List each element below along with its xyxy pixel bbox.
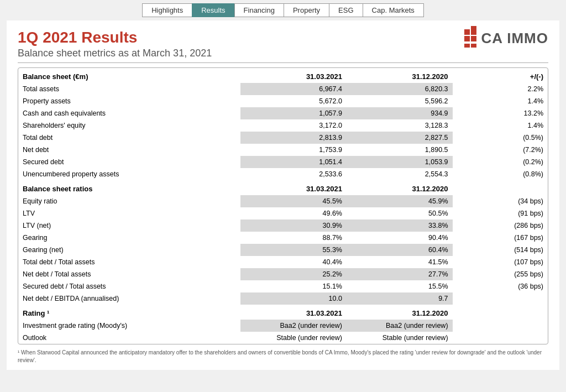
rating-col1-header: 31.03.2021: [240, 305, 347, 320]
table-row: Gearing 88.7% 90.4% (167 bps): [18, 232, 548, 244]
logo-squares: [464, 29, 476, 48]
row-val2: 45.9%: [347, 195, 453, 207]
nav-property[interactable]: Property: [284, 3, 329, 17]
row-label: Cash and cash equivalents: [18, 107, 240, 119]
row-label: Gearing (net): [18, 244, 240, 256]
row-label: Outlook: [18, 332, 240, 344]
row-val2: 90.4%: [347, 232, 453, 244]
rating-col3-header: [453, 305, 548, 320]
row-val1: 1,753.9: [240, 144, 347, 156]
row-val2: 2,827.5: [347, 132, 453, 144]
logo-sq5: [464, 44, 470, 48]
row-val2: 934.9: [347, 107, 453, 119]
row-val3: (0.8%): [453, 168, 548, 180]
row-label: Property assets: [18, 95, 240, 107]
logo-text: CA IMMO: [481, 30, 548, 47]
row-val3: (0.5%): [453, 132, 548, 144]
row-label: LTV: [18, 207, 240, 219]
row-val2: 5,596.2: [347, 95, 453, 107]
section-header-rating: Rating ¹ 31.03.2021 31.12.2020: [18, 305, 548, 320]
table-row: Total debt 2,813.9 2,827.5 (0.5%): [18, 132, 548, 144]
row-label: Net debt: [18, 144, 240, 156]
logo-sq3: [464, 36, 470, 41]
logo-sq4: [471, 36, 476, 41]
row-val1: Baa2 (under review): [240, 320, 347, 332]
row-val2: Stable (under review): [347, 332, 453, 344]
row-val2: 9.7: [347, 292, 453, 305]
table-row: Investment grade rating (Moody's) Baa2 (…: [18, 320, 548, 332]
row-val1: 30.9%: [240, 219, 347, 232]
row-val3: 2.2%: [453, 83, 548, 95]
table-row: Cash and cash equivalents 1,057.9 934.9 …: [18, 107, 548, 119]
row-val3: (286 bps): [453, 219, 548, 232]
footnote: ¹ When Starwood Capital announced the an…: [18, 349, 548, 364]
row-val1: 1,051.4: [240, 156, 347, 168]
row-label: Unencumbered property assets: [18, 168, 240, 180]
row-val1: 3,172.0: [240, 119, 347, 132]
table-row: Total debt / Total assets 40.4% 41.5% (1…: [18, 256, 548, 268]
section-header-ratios: Balance sheet ratios 31.03.2021 31.12.20…: [18, 180, 548, 195]
row-label: Total debt: [18, 132, 240, 144]
table-row: Equity ratio 45.5% 45.9% (34 bps): [18, 195, 548, 207]
row-val1: 2,533.6: [240, 168, 347, 180]
nav-results[interactable]: Results: [192, 3, 234, 17]
balance-col2-header: 31.12.2020: [347, 68, 453, 83]
row-val2: 27.7%: [347, 268, 453, 280]
page-subtitle: Balance sheet metrics as at March 31, 20…: [18, 48, 212, 59]
row-val3: (107 bps): [453, 256, 548, 268]
row-val1: 1,057.9: [240, 107, 347, 119]
table-row: LTV (net) 30.9% 33.8% (286 bps): [18, 219, 548, 232]
row-val1: 5,672.0: [240, 95, 347, 107]
table-row: Gearing (net) 55.3% 60.4% (514 bps): [18, 244, 548, 256]
table-row: Unencumbered property assets 2,533.6 2,5…: [18, 168, 548, 180]
row-label: Investment grade rating (Moody's): [18, 320, 240, 332]
row-val2: 1,890.5: [347, 144, 453, 156]
table-row: Secured debt 1,051.4 1,053.9 (0.2%): [18, 156, 548, 168]
row-val3: (34 bps): [453, 195, 548, 207]
balance-section-label: Balance sheet (€m): [18, 68, 240, 83]
row-val3: 1.4%: [453, 95, 548, 107]
row-val1: 40.4%: [240, 256, 347, 268]
logo-sq2: [471, 26, 476, 35]
row-label: Gearing: [18, 232, 240, 244]
table-row: Total assets 6,967.4 6,820.3 2.2%: [18, 83, 548, 95]
row-val1: Stable (under review): [240, 332, 347, 344]
ratios-col2-header: 31.12.2020: [347, 180, 453, 195]
row-val3: (36 bps): [453, 280, 548, 292]
section-header-balance: Balance sheet (€m) 31.03.2021 31.12.2020…: [18, 68, 548, 83]
row-val3: (255 bps): [453, 268, 548, 280]
nav-highlights[interactable]: Highlights: [142, 3, 192, 17]
table-wrapper: Balance sheet (€m) 31.03.2021 31.12.2020…: [18, 67, 548, 344]
nav-cap-markets[interactable]: Cap. Markets: [363, 3, 424, 17]
ratios-col1-header: 31.03.2021: [240, 180, 347, 195]
row-val1: 15.1%: [240, 280, 347, 292]
row-val2: Baa2 (under review): [347, 320, 453, 332]
row-label: LTV (net): [18, 219, 240, 232]
main-content: 1Q 2021 Results Balance sheet metrics as…: [7, 20, 559, 370]
header-divider: [18, 62, 548, 63]
top-navigation: Highlights Results Financing Property ES…: [0, 0, 566, 20]
row-label: Total assets: [18, 83, 240, 95]
nav-esg[interactable]: ESG: [329, 3, 362, 17]
row-val3: [453, 320, 548, 332]
table-row: Net debt 1,753.9 1,890.5 (7.2%): [18, 144, 548, 156]
row-label: Shareholders' equity: [18, 119, 240, 132]
row-val3: [453, 332, 548, 344]
table-row: LTV 49.6% 50.5% (91 bps): [18, 207, 548, 219]
row-val2: 3,128.3: [347, 119, 453, 132]
row-val2: 50.5%: [347, 207, 453, 219]
row-val1: 10.0: [240, 292, 347, 305]
row-val1: 88.7%: [240, 232, 347, 244]
balance-table: Balance sheet (€m) 31.03.2021 31.12.2020…: [18, 68, 548, 344]
row-label: Equity ratio: [18, 195, 240, 207]
logo: CA IMMO: [464, 29, 548, 48]
row-val3: (0.2%): [453, 156, 548, 168]
row-val1: 6,967.4: [240, 83, 347, 95]
row-val1: 45.5%: [240, 195, 347, 207]
nav-financing[interactable]: Financing: [234, 3, 284, 17]
row-val1: 49.6%: [240, 207, 347, 219]
row-val3: (514 bps): [453, 244, 548, 256]
table-row: Net debt / EBITDA (annualised) 10.0 9.7: [18, 292, 548, 305]
row-val2: 60.4%: [347, 244, 453, 256]
rating-col2-header: 31.12.2020: [347, 305, 453, 320]
